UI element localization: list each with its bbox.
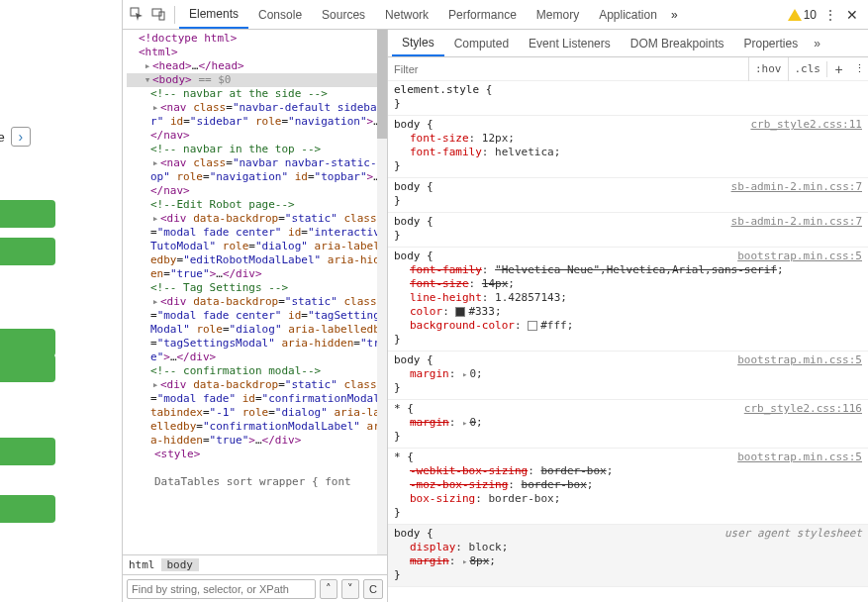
dom-node[interactable]: <style> <box>127 448 387 461</box>
declaration[interactable]: box-sizing: border-box; <box>394 492 862 506</box>
declaration[interactable]: -moz-box-sizing: border-box; <box>394 478 862 492</box>
dom-node[interactable]: <!doctype html> <box>127 32 387 46</box>
dom-node[interactable]: ▸<div data-backdrop="static" class="moda… <box>127 295 387 364</box>
green-button-3[interactable] <box>0 329 55 356</box>
declaration[interactable]: margin: ▸0; <box>394 367 862 381</box>
tab-sources[interactable]: Sources <box>312 0 375 29</box>
styles-more-icon[interactable]: ⋮ <box>850 62 868 75</box>
chip-cls[interactable]: .cls <box>788 57 827 81</box>
declaration[interactable]: margin: ▸0; <box>394 416 862 430</box>
dom-node[interactable] <box>127 461 387 475</box>
expand-arrow-icon[interactable]: ▸ <box>150 156 160 170</box>
dom-node[interactable]: <html> <box>127 46 387 59</box>
dom-node[interactable]: <!-- Tag Settings --> <box>127 281 387 295</box>
scrollbar[interactable] <box>377 30 387 554</box>
find-cancel-button[interactable]: C <box>363 579 383 599</box>
style-rule[interactable]: element.style {} <box>388 81 868 116</box>
expand-arrow-icon[interactable]: ▸ <box>150 295 160 309</box>
tab-elements[interactable]: Elements <box>179 0 248 29</box>
declaration[interactable]: font-family: helvetica; <box>394 146 862 159</box>
close-icon[interactable]: ✕ <box>840 7 864 23</box>
warning-count[interactable]: 10 <box>788 8 817 22</box>
declaration[interactable]: display: block; <box>394 541 862 554</box>
green-button-5[interactable] <box>0 438 55 465</box>
style-rule[interactable]: sb-admin-2.min.css:7body {} <box>388 213 868 248</box>
tab-performance[interactable]: Performance <box>438 0 527 29</box>
new-rule-icon[interactable]: + <box>826 61 850 77</box>
green-button-4[interactable] <box>0 354 55 382</box>
expand-arrow-icon[interactable]: ▸ <box>150 101 160 115</box>
selector[interactable]: element.style { <box>394 83 862 97</box>
scrollbar-thumb[interactable] <box>377 30 387 139</box>
declaration[interactable]: margin: ▸8px; <box>394 554 862 568</box>
dom-node[interactable]: DataTables sort wrapper { font <box>127 475 387 489</box>
dom-node[interactable]: ▾<body> == $0 <box>127 73 387 87</box>
declaration[interactable]: color: #333; <box>394 305 862 319</box>
device-toggle-icon[interactable] <box>148 5 168 25</box>
declaration[interactable]: font-family: "Helvetica Neue",Helvetica,… <box>394 263 862 277</box>
source-link[interactable]: crb_style2.css:116 <box>744 402 862 416</box>
expand-tri-icon[interactable]: ▸ <box>462 367 467 381</box>
expand-arrow-icon[interactable]: ▸ <box>150 378 160 392</box>
chip-hov[interactable]: :hov <box>748 57 788 81</box>
expand-tri-icon[interactable]: ▸ <box>462 416 467 430</box>
more-tabs-icon[interactable]: » <box>667 8 682 22</box>
green-button-2[interactable] <box>0 238 55 265</box>
source-link[interactable]: sb-admin-2.min.css:7 <box>731 215 862 229</box>
source-link[interactable]: bootstrap.min.css:5 <box>737 250 862 263</box>
declaration[interactable]: line-height: 1.42857143; <box>394 291 862 305</box>
style-rules[interactable]: element.style {}crb_style2.css:11body {f… <box>388 81 868 602</box>
styles-tab-computed[interactable]: Computed <box>444 30 519 56</box>
dom-node[interactable]: <!-- navbar at the side --> <box>127 87 387 101</box>
styles-tab-properties[interactable]: Properties <box>733 30 808 56</box>
source-link[interactable]: bootstrap.min.css:5 <box>737 353 862 367</box>
dom-node[interactable]: ▸<head>…</head> <box>127 59 387 73</box>
style-rule[interactable]: bootstrap.min.css:5* {-webkit-box-sizing… <box>388 449 868 525</box>
expand-arrow-icon[interactable]: ▾ <box>143 73 152 87</box>
tab-memory[interactable]: Memory <box>527 0 589 29</box>
green-button-1[interactable] <box>0 200 55 228</box>
tab-network[interactable]: Network <box>375 0 438 29</box>
declaration[interactable]: font-size: 14px; <box>394 277 862 291</box>
dom-node[interactable]: ▸<nav class="navbar-default sidebar" id=… <box>127 101 387 143</box>
style-rule[interactable]: bootstrap.min.css:5body {font-family: "H… <box>388 248 868 351</box>
styles-tab-dom-breakpoints[interactable]: DOM Breakpoints <box>621 30 734 56</box>
dom-node[interactable]: <!--Edit Robot page--> <box>127 198 387 212</box>
dom-node[interactable]: <!-- navbar in the top --> <box>127 143 387 156</box>
source-link[interactable]: bootstrap.min.css:5 <box>737 451 862 464</box>
declaration[interactable]: font-size: 12px; <box>394 132 862 146</box>
color-swatch[interactable] <box>528 321 537 331</box>
dom-node[interactable]: ▸<nav class="navbar navbar-static-top" r… <box>127 156 387 198</box>
green-button-6[interactable] <box>0 495 55 523</box>
declaration[interactable]: background-color: #fff; <box>394 319 862 333</box>
find-next-icon[interactable]: ˅ <box>341 579 359 599</box>
source-link[interactable]: crb_style2.css:11 <box>750 118 862 132</box>
style-rule[interactable]: bootstrap.min.css:5body {margin: ▸0;} <box>388 351 868 400</box>
style-rule[interactable]: sb-admin-2.min.css:7body {} <box>388 178 868 213</box>
color-swatch[interactable] <box>455 307 465 317</box>
dom-tree[interactable]: <!doctype html><html>▸<head>…</head>▾<bo… <box>123 30 387 554</box>
style-rule[interactable]: user agent stylesheetbody {display: bloc… <box>388 525 868 587</box>
kebab-icon[interactable]: ⋮ <box>820 8 840 22</box>
source-link[interactable]: sb-admin-2.min.css:7 <box>731 180 862 194</box>
styles-tab-event-listeners[interactable]: Event Listeners <box>519 30 621 56</box>
inspect-icon[interactable] <box>127 5 146 25</box>
dom-node[interactable]: <!-- confirmation modal--> <box>127 364 387 378</box>
find-prev-icon[interactable]: ˄ <box>320 579 338 599</box>
declaration[interactable]: -webkit-box-sizing: border-box; <box>394 464 862 478</box>
styles-tabs-more-icon[interactable]: » <box>808 37 826 50</box>
tab-console[interactable]: Console <box>248 0 312 29</box>
dom-node[interactable]: ▸<div data-backdrop="static" class="moda… <box>127 378 387 448</box>
chevron-right-icon[interactable]: › <box>11 127 31 147</box>
styles-tab-styles[interactable]: Styles <box>392 30 444 56</box>
find-input[interactable] <box>127 579 316 599</box>
style-rule[interactable]: crb_style2.css:116* {margin: ▸0;} <box>388 400 868 449</box>
style-rule[interactable]: crb_style2.css:11body {font-size: 12px;f… <box>388 116 868 178</box>
tab-application[interactable]: Application <box>589 0 667 29</box>
crumb-body[interactable]: body <box>161 558 200 571</box>
crumb-html[interactable]: html <box>123 558 161 571</box>
styles-filter-input[interactable] <box>388 63 748 75</box>
expand-tri-icon[interactable]: ▸ <box>462 554 467 568</box>
expand-arrow-icon[interactable]: ▸ <box>143 59 152 73</box>
dom-node[interactable]: ▸<div data-backdrop="static" class="moda… <box>127 212 387 281</box>
